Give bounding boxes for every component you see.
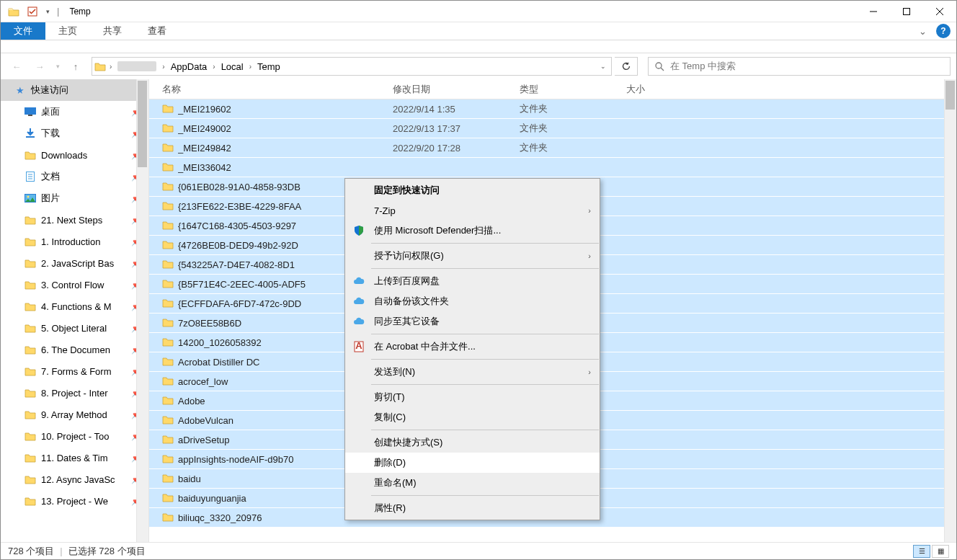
file-type: 文件夹 bbox=[520, 141, 626, 154]
address-bar[interactable]: › › AppData › Local › Temp ⌄ bbox=[92, 57, 612, 76]
sidebar-item[interactable]: 1. Introduction📌 bbox=[1, 231, 148, 252]
table-row[interactable]: _MEI2498422022/9/20 17:28文件夹 bbox=[149, 138, 956, 158]
address-dropdown-icon[interactable]: ⌄ bbox=[595, 63, 611, 70]
chevron-right-icon[interactable]: › bbox=[248, 63, 253, 71]
view-details-button[interactable]: ☰ bbox=[913, 545, 930, 558]
sidebar-item[interactable]: 12. Async JavaSc📌 bbox=[1, 468, 148, 490]
sidebar-item-label: 2. JavaScript Bas bbox=[41, 258, 114, 269]
breadcrumb-temp[interactable]: Temp bbox=[253, 58, 285, 75]
col-type[interactable]: 类型 bbox=[520, 83, 626, 96]
sidebar-item-label: 21. Next Steps bbox=[41, 215, 102, 226]
sidebar-item[interactable]: 21. Next Steps📌 bbox=[1, 209, 148, 231]
folder-icon bbox=[162, 123, 178, 135]
help-icon[interactable]: ? bbox=[936, 24, 951, 38]
sidebar-item[interactable]: 13. Project - We📌 bbox=[1, 490, 148, 512]
ctx-pin-quickaccess[interactable]: 固定到快速访问 bbox=[345, 180, 600, 200]
folder-icon bbox=[162, 161, 178, 174]
sidebar-item[interactable]: 桌面📌 bbox=[1, 101, 148, 123]
sidebar-item[interactable]: 4. Functions & M📌 bbox=[1, 295, 148, 317]
picture-icon bbox=[24, 194, 37, 203]
sidebar-item[interactable]: 图片📌 bbox=[1, 187, 148, 209]
minimize-button[interactable] bbox=[857, 1, 890, 22]
sidebar-scrollbar[interactable] bbox=[136, 79, 148, 542]
sidebar-item[interactable]: Downloads📌 bbox=[1, 144, 148, 166]
sidebar-item-label: 10. Project - Too bbox=[41, 431, 109, 442]
table-row[interactable]: _MEI336042 bbox=[149, 158, 956, 177]
recent-dropdown[interactable]: ▾ bbox=[53, 56, 63, 76]
sidebar-item[interactable]: 11. Dates & Tim📌 bbox=[1, 447, 148, 468]
sidebar-item[interactable]: 6. The Documen📌 bbox=[1, 339, 148, 360]
folder-icon bbox=[162, 453, 178, 466]
sidebar-item-label: 12. Async JavaSc bbox=[41, 474, 115, 485]
col-size[interactable]: 大小 bbox=[626, 83, 684, 96]
tab-file[interactable]: 文件 bbox=[1, 22, 45, 40]
sidebar-item[interactable]: 5. Object Literal📌 bbox=[1, 317, 148, 339]
desktop-icon bbox=[24, 107, 37, 116]
ctx-rename[interactable]: 重命名(M) bbox=[345, 473, 600, 493]
breadcrumb-local[interactable]: Local bbox=[217, 58, 248, 75]
folder-icon bbox=[24, 409, 37, 419]
sidebar-item[interactable]: 文档📌 bbox=[1, 166, 148, 187]
chevron-right-icon[interactable]: › bbox=[211, 63, 216, 71]
ctx-cut[interactable]: 剪切(T) bbox=[345, 387, 600, 407]
search-input[interactable]: 在 Temp 中搜索 bbox=[648, 57, 951, 76]
sidebar-item-label: 下载 bbox=[41, 127, 60, 140]
tab-view[interactable]: 查看 bbox=[135, 22, 179, 40]
breadcrumb-appdata[interactable]: AppData bbox=[166, 58, 212, 75]
ctx-baidu-upload[interactable]: 上传到百度网盘 bbox=[345, 271, 600, 291]
close-button[interactable] bbox=[923, 1, 956, 22]
table-row[interactable]: _MEI2196022022/9/14 1:35文件夹 bbox=[149, 99, 956, 119]
folder-icon bbox=[162, 395, 178, 407]
svg-point-5 bbox=[656, 63, 662, 68]
ctx-shortcut[interactable]: 创建快捷方式(S) bbox=[345, 432, 600, 453]
view-icons-button[interactable]: ▦ bbox=[932, 545, 949, 558]
ctx-baidu-backup[interactable]: 自动备份该文件夹 bbox=[345, 291, 600, 311]
file-type: 文件夹 bbox=[520, 122, 626, 135]
ctx-baidu-sync[interactable]: 同步至其它设备 bbox=[345, 311, 600, 332]
sidebar-item[interactable]: 下载📌 bbox=[1, 123, 148, 144]
breadcrumb-user[interactable] bbox=[113, 58, 161, 75]
sidebar-item[interactable]: 3. Control Flow📌 bbox=[1, 274, 148, 295]
sidebar-item[interactable]: 7. Forms & Form📌 bbox=[1, 360, 148, 382]
ctx-properties[interactable]: 属性(R) bbox=[345, 498, 600, 518]
ctx-copy[interactable]: 复制(C) bbox=[345, 407, 600, 427]
chevron-right-icon: › bbox=[588, 252, 591, 260]
back-button[interactable]: ← bbox=[6, 56, 27, 76]
window-title: Temp bbox=[62, 6, 90, 17]
maximize-button[interactable] bbox=[890, 1, 923, 22]
table-row[interactable]: _MEI2490022022/9/13 17:37文件夹 bbox=[149, 119, 956, 138]
refresh-button[interactable] bbox=[615, 57, 638, 76]
qat-dropdown-icon[interactable]: ▾ bbox=[43, 4, 53, 19]
tab-home[interactable]: 主页 bbox=[45, 22, 90, 40]
ctx-defender[interactable]: 使用 Microsoft Defender扫描... bbox=[345, 221, 600, 241]
up-button[interactable]: ↑ bbox=[66, 56, 86, 76]
ribbon-expand-icon[interactable]: ⌄ bbox=[912, 22, 933, 40]
sidebar-item[interactable]: 10. Project - Too📌 bbox=[1, 425, 148, 447]
tab-share[interactable]: 共享 bbox=[90, 22, 135, 40]
sidebar-item[interactable]: 2. JavaScript Bas📌 bbox=[1, 252, 148, 274]
qat-properties-icon[interactable] bbox=[24, 4, 41, 19]
ctx-7zip[interactable]: 7-Zip› bbox=[345, 200, 600, 221]
status-selected: 已选择 728 个项目 bbox=[68, 545, 146, 558]
col-date[interactable]: 修改日期 bbox=[393, 83, 520, 96]
sidebar-item[interactable]: 9. Array Method📌 bbox=[1, 404, 148, 425]
sidebar-item-label: Downloads bbox=[41, 150, 87, 161]
folder-icon bbox=[24, 215, 37, 225]
svg-point-15 bbox=[27, 196, 30, 198]
folder-icon bbox=[162, 239, 178, 252]
chevron-right-icon[interactable]: › bbox=[108, 63, 113, 71]
col-name[interactable]: 名称 bbox=[162, 83, 393, 96]
chevron-right-icon[interactable]: › bbox=[161, 63, 166, 71]
ctx-delete[interactable]: 删除(D) bbox=[345, 453, 600, 473]
forward-button[interactable]: → bbox=[30, 56, 50, 76]
sidebar-item[interactable]: 8. Project - Inter📌 bbox=[1, 382, 148, 404]
folder-icon bbox=[162, 103, 178, 115]
sidebar-quick-access[interactable]: ★ 快速访问 bbox=[1, 79, 148, 101]
ctx-sendto[interactable]: 发送到(N)› bbox=[345, 362, 600, 382]
column-headers[interactable]: 名称 修改日期 类型 大小 bbox=[149, 79, 956, 99]
folder-icon bbox=[24, 301, 37, 311]
main-scrollbar[interactable] bbox=[944, 79, 956, 542]
ctx-grant-access[interactable]: 授予访问权限(G)› bbox=[345, 246, 600, 266]
ctx-acrobat-merge[interactable]: A在 Acrobat 中合并文件... bbox=[345, 337, 600, 357]
titlebar: ▾ | Temp bbox=[1, 1, 956, 22]
